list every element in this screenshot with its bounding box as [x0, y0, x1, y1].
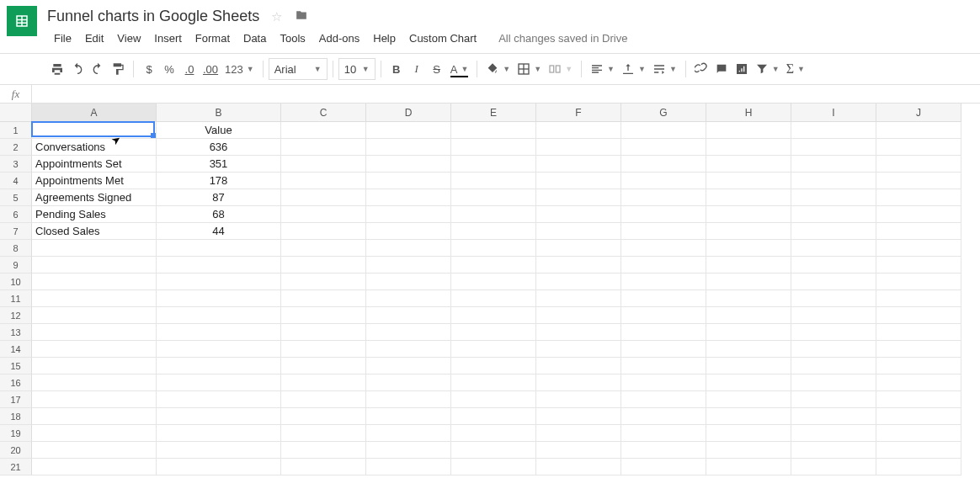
cell-G4[interactable]	[621, 173, 706, 189]
column-header-F[interactable]: F	[536, 104, 621, 122]
row-header-9[interactable]: 9	[0, 257, 32, 274]
cell-I17[interactable]	[791, 391, 876, 408]
cell-F20[interactable]	[536, 442, 621, 459]
horizontal-align-icon[interactable]: ▼	[587, 58, 618, 80]
cell-H17[interactable]	[706, 391, 791, 408]
cell-I2[interactable]	[791, 139, 876, 156]
cell-A2[interactable]: Conversations	[32, 139, 157, 156]
row-header-10[interactable]: 10	[0, 274, 32, 290]
cell-C15[interactable]	[281, 358, 366, 374]
cell-D21[interactable]	[366, 459, 451, 475]
cell-E21[interactable]	[451, 459, 536, 475]
cell-D7[interactable]	[366, 223, 451, 240]
cell-F3[interactable]	[536, 156, 621, 173]
cell-E15[interactable]	[451, 358, 536, 374]
cell-D16[interactable]	[366, 374, 451, 391]
cell-A17[interactable]	[32, 391, 157, 408]
cell-J2[interactable]	[876, 139, 961, 156]
folder-icon[interactable]	[294, 9, 309, 24]
cell-A1[interactable]	[32, 122, 157, 139]
cell-J18[interactable]	[876, 408, 961, 425]
sheets-logo[interactable]	[7, 6, 37, 36]
cell-D14[interactable]	[366, 341, 451, 358]
cell-B6[interactable]: 68	[157, 206, 281, 223]
cell-C5[interactable]	[281, 189, 366, 206]
cell-B15[interactable]	[157, 358, 281, 374]
cell-F9[interactable]	[536, 257, 621, 274]
cell-A11[interactable]	[32, 290, 157, 307]
cell-H15[interactable]	[706, 358, 791, 374]
cell-B4[interactable]: 178	[157, 173, 281, 189]
percent-button[interactable]: %	[159, 58, 179, 80]
cell-J9[interactable]	[876, 257, 961, 274]
cell-B12[interactable]	[157, 307, 281, 324]
cell-G20[interactable]	[621, 442, 706, 459]
vertical-align-icon[interactable]: ▼	[618, 58, 649, 80]
cell-F7[interactable]	[536, 223, 621, 240]
cell-I8[interactable]	[791, 240, 876, 257]
more-formats-button[interactable]: 123▼	[221, 58, 258, 80]
cell-E14[interactable]	[451, 341, 536, 358]
increase-decimal-button[interactable]: .00	[200, 58, 221, 80]
cell-F21[interactable]	[536, 459, 621, 475]
cell-I13[interactable]	[791, 324, 876, 341]
cell-H19[interactable]	[706, 425, 791, 442]
cell-G5[interactable]	[621, 189, 706, 206]
cell-E17[interactable]	[451, 391, 536, 408]
decrease-decimal-button[interactable]: .0	[179, 58, 200, 80]
cell-E9[interactable]	[451, 257, 536, 274]
column-header-A[interactable]: A	[32, 104, 157, 122]
select-all-corner[interactable]	[0, 104, 32, 122]
menu-custom-chart[interactable]: Custom Chart	[402, 29, 483, 48]
fill-color-icon[interactable]: ▼	[482, 58, 514, 80]
menu-insert[interactable]: Insert	[147, 29, 189, 48]
paint-format-icon[interactable]	[108, 58, 128, 80]
column-header-I[interactable]: I	[791, 104, 876, 122]
cell-H18[interactable]	[706, 408, 791, 425]
cell-E6[interactable]	[451, 206, 536, 223]
cell-H13[interactable]	[706, 324, 791, 341]
cell-G13[interactable]	[621, 324, 706, 341]
cell-J12[interactable]	[876, 307, 961, 324]
cell-I1[interactable]	[791, 122, 876, 139]
cell-C20[interactable]	[281, 442, 366, 459]
text-color-button[interactable]: A▼	[447, 58, 472, 80]
menu-format[interactable]: Format	[189, 29, 237, 48]
cell-I10[interactable]	[791, 274, 876, 290]
row-header-18[interactable]: 18	[0, 408, 32, 425]
cell-B5[interactable]: 87	[157, 189, 281, 206]
cell-B2[interactable]: 636	[157, 139, 281, 156]
cell-J21[interactable]	[876, 459, 961, 475]
row-header-1[interactable]: 1	[0, 122, 32, 139]
menu-addons[interactable]: Add-ons	[312, 29, 366, 48]
cell-J15[interactable]	[876, 358, 961, 374]
cell-J6[interactable]	[876, 206, 961, 223]
cell-D1[interactable]	[366, 122, 451, 139]
cell-H6[interactable]	[706, 206, 791, 223]
cell-H3[interactable]	[706, 156, 791, 173]
cell-F13[interactable]	[536, 324, 621, 341]
cell-J3[interactable]	[876, 156, 961, 173]
cell-D17[interactable]	[366, 391, 451, 408]
cell-J5[interactable]	[876, 189, 961, 206]
cell-B10[interactable]	[157, 274, 281, 290]
cell-E13[interactable]	[451, 324, 536, 341]
cell-C2[interactable]	[281, 139, 366, 156]
cell-B19[interactable]	[157, 425, 281, 442]
cell-A21[interactable]	[32, 459, 157, 475]
bold-button[interactable]: B	[386, 58, 407, 80]
cell-I15[interactable]	[791, 358, 876, 374]
row-header-8[interactable]: 8	[0, 240, 32, 257]
currency-button[interactable]: $	[139, 58, 159, 80]
cell-E11[interactable]	[451, 290, 536, 307]
cell-A9[interactable]	[32, 257, 157, 274]
row-header-12[interactable]: 12	[0, 307, 32, 324]
undo-icon[interactable]	[67, 58, 88, 80]
menu-view[interactable]: View	[110, 29, 147, 48]
cell-A10[interactable]	[32, 274, 157, 290]
cell-G16[interactable]	[621, 374, 706, 391]
cell-H9[interactable]	[706, 257, 791, 274]
star-icon[interactable]: ☆	[271, 9, 282, 24]
row-header-4[interactable]: 4	[0, 173, 32, 189]
cell-A12[interactable]	[32, 307, 157, 324]
